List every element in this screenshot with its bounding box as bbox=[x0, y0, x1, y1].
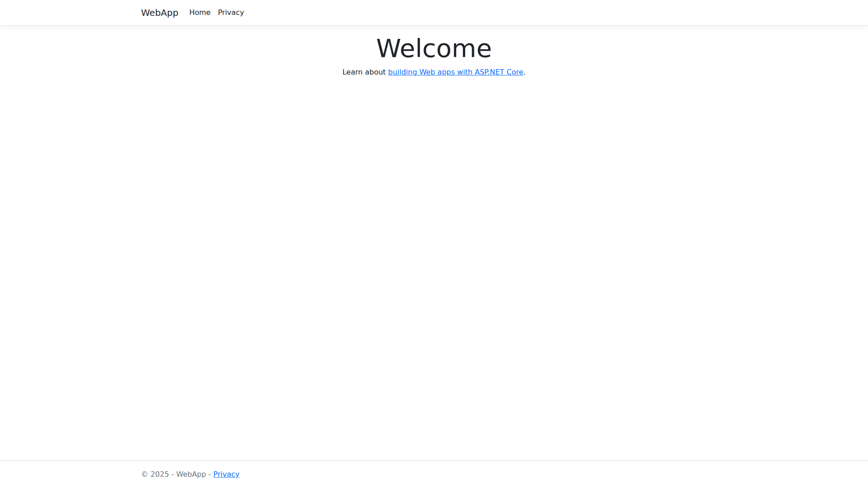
navbar-container: WebApp Home Privacy bbox=[136, 4, 732, 22]
top-navbar: WebApp Home Privacy bbox=[0, 0, 868, 26]
learn-paragraph-prefix: Learn about bbox=[342, 68, 388, 76]
welcome-section: Welcome Learn about building Web apps wi… bbox=[141, 33, 727, 78]
learn-paragraph-suffix: . bbox=[524, 68, 526, 76]
main-container: Welcome Learn about building Web apps wi… bbox=[136, 33, 732, 92]
nav-item-home: Home bbox=[186, 4, 214, 22]
aspnet-core-link[interactable]: building Web apps with ASP.NET Core bbox=[388, 68, 523, 76]
learn-paragraph: Learn about building Web apps with ASP.N… bbox=[141, 67, 727, 78]
nav-item-privacy: Privacy bbox=[214, 4, 248, 22]
navbar-brand[interactable]: WebApp bbox=[141, 4, 179, 22]
footer-copyright-text: © 2025 - WebApp - bbox=[141, 470, 213, 479]
navbar-menu: Home Privacy bbox=[186, 4, 248, 22]
nav-link-privacy[interactable]: Privacy bbox=[214, 4, 248, 22]
main-content: Welcome Learn about building Web apps wi… bbox=[141, 33, 727, 92]
footer-privacy-link[interactable]: Privacy bbox=[213, 470, 240, 479]
site-header: WebApp Home Privacy bbox=[0, 0, 868, 26]
welcome-heading: Welcome bbox=[141, 33, 727, 63]
footer-container: © 2025 - WebApp - Privacy bbox=[136, 461, 732, 488]
nav-link-home[interactable]: Home bbox=[186, 4, 214, 22]
footer: © 2025 - WebApp - Privacy bbox=[0, 460, 868, 488]
